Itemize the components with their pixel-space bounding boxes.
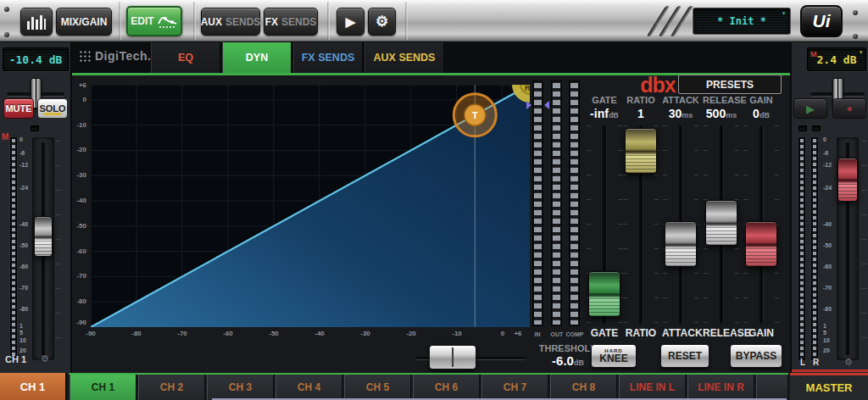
channel-tab-ch6[interactable]: CH 6 [413, 375, 480, 400]
aux-sends-button[interactable]: AUXSENDS [201, 8, 260, 36]
param-value: -infdB [586, 107, 623, 120]
ui-logo: Ui [800, 5, 843, 37]
dropdown-arrow-icon: ▾ [782, 9, 786, 17]
param-label: ATTACK [662, 95, 699, 105]
meters-view-button[interactable] [20, 8, 53, 36]
screw-icon [853, 10, 858, 15]
tab-eq[interactable]: EQ [151, 42, 220, 73]
param-release: RELEASE 500ms RELEASE [703, 42, 740, 373]
panel-seam [405, 2, 408, 40]
aux-sends-label: SENDS [225, 16, 260, 28]
param-bottom-label: RELEASE [703, 327, 740, 339]
tab-fx-sends[interactable]: FX SENDS [293, 42, 363, 73]
graph-y-axis: +60-10-20-30-40-50-60-70-80-90 [72, 85, 88, 327]
mix-gain-button[interactable]: MIX/GAIN [56, 8, 112, 36]
solo-button[interactable]: SOLO [37, 98, 68, 119]
graph-x-axis: -90-80-70-60-50-40-30-20-100+6 [91, 330, 530, 340]
knee-big-label: KNEE [599, 353, 627, 364]
meter-r-label: R [813, 358, 819, 367]
player-button[interactable]: ▶ [337, 8, 364, 36]
ratio-fader-cap[interactable] [625, 128, 657, 174]
svg-text:T: T [472, 110, 478, 120]
master-level-meter-l [798, 137, 805, 360]
topbar: MIX/GAIN EDIT AUXSENDS FXSENDS ▶ ⚙ * [0, 0, 868, 42]
threshold-slider-handle[interactable] [429, 345, 476, 369]
panel-seam [327, 2, 330, 40]
compressor-graph[interactable]: R T [91, 85, 530, 327]
param-bottom-label: ATTACK [662, 327, 699, 339]
master-play-button[interactable]: ▶ [793, 98, 827, 119]
preset-display[interactable]: * Init * ▾ [693, 8, 791, 35]
tab-aux-sends[interactable]: AUX SENDS [364, 42, 444, 73]
edit-panel: DigiTech. EQ DYN FX SENDS AUX SENDS +60-… [72, 42, 790, 373]
gate-fader-cap[interactable] [588, 271, 620, 317]
param-gain: GAIN 0dB GAIN [743, 42, 780, 373]
meter-marker-icon [544, 101, 549, 109]
fx-sends-label: SENDS [281, 16, 316, 28]
svg-text:R: R [525, 85, 530, 92]
param-bottom-label: GAIN [743, 327, 780, 339]
param-value: 30ms [662, 107, 699, 120]
channel-tab-ch5[interactable]: CH 5 [344, 375, 411, 400]
hard-knee-button[interactable]: HARD KNEE [591, 344, 637, 368]
tab-dyn[interactable]: DYN [222, 42, 292, 73]
threshold-handle[interactable]: T [453, 94, 496, 136]
channel-tab-ch3[interactable]: CH 3 [207, 375, 274, 400]
channel-gear-icon[interactable]: ⚙ [41, 353, 49, 364]
param-bottom-label: RATIO [622, 327, 659, 339]
channel-name-label: CH 1 [5, 354, 26, 364]
fader-ticks [861, 141, 866, 358]
aux-label: AUX [201, 16, 222, 28]
vent-grille [651, 4, 690, 38]
channel-tab-ch8[interactable]: CH 8 [550, 375, 617, 400]
meter-marker-icon [526, 101, 531, 109]
param-label: GAIN [743, 95, 780, 105]
edit-button-label: EDIT [131, 15, 153, 27]
master-accent-line [792, 369, 868, 372]
meter-in [532, 81, 543, 326]
ui-mixer-app: MIX/GAIN EDIT AUXSENDS FXSENDS ▶ ⚙ * [0, 0, 868, 400]
param-value: 0dB [743, 107, 780, 120]
meter-comp-label: COMP [563, 331, 587, 337]
current-channel-tab[interactable]: CH 1 [0, 373, 67, 400]
settings-button[interactable]: ⚙ [368, 8, 396, 36]
play-icon: ▶ [806, 103, 815, 115]
channel-tab-linein-l[interactable]: LINE IN L [619, 375, 686, 400]
channel-tab-ch2[interactable]: CH 2 [138, 375, 205, 400]
master-strip: M 2.4 dB ▾ ▶ ● 0-6-12-24-40-50-60-70-801… [790, 42, 868, 373]
screw-icon [4, 32, 9, 37]
signal-led [812, 125, 821, 131]
channel-level-meter [10, 137, 17, 360]
record-icon: ● [846, 103, 852, 114]
param-value: 1 [622, 107, 659, 120]
master-fader-cap[interactable] [837, 158, 858, 202]
screw-icon [4, 7, 9, 12]
panel-seam [119, 2, 121, 40]
edit-button[interactable]: EDIT [126, 6, 182, 36]
meter-comp [569, 81, 580, 326]
param-ratio: RATIO 1 RATIO [622, 42, 659, 373]
channel-tab-bar: CH 1 CH 1 CH 2 CH 3 CH 4 CH 5 CH 6 CH 7 … [0, 373, 868, 400]
meter-in-label: IN [528, 331, 547, 337]
dots-grid-icon [79, 50, 91, 62]
fx-sends-button[interactable]: FXSENDS [264, 8, 318, 36]
channel-tab-ch7[interactable]: CH 7 [481, 375, 548, 400]
gear-icon: ⚙ [376, 13, 388, 31]
channel-tab-partial[interactable] [756, 375, 788, 400]
channel-tab-ch4[interactable]: CH 4 [275, 375, 342, 400]
gain-fader-cap[interactable] [745, 221, 777, 267]
reset-button[interactable]: RESET [660, 344, 709, 368]
master-tab[interactable]: MASTER [790, 373, 868, 400]
release-fader-cap[interactable] [705, 200, 737, 246]
channel-tab-linein-r[interactable]: LINE IN R [687, 375, 754, 400]
meter-out [551, 81, 562, 326]
param-value: 500ms [703, 107, 740, 120]
master-gear-icon[interactable]: ⚙ [844, 357, 853, 368]
brand-label: DigiTech. [95, 49, 151, 63]
channel-tab-ch1[interactable]: CH 1 [70, 375, 136, 400]
edit-curve-icon [158, 14, 178, 29]
attack-fader-cap[interactable] [665, 221, 697, 267]
param-attack: ATTACK 30ms ATTACK [662, 42, 699, 373]
bypass-button[interactable]: BYPASS [730, 344, 782, 368]
channel-fader-cap[interactable] [34, 216, 53, 257]
